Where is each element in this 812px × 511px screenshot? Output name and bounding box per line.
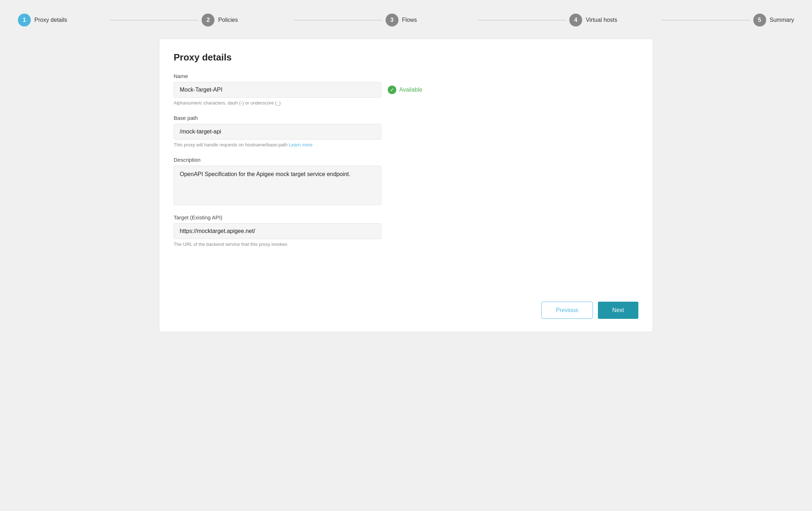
target-input[interactable] <box>174 223 381 239</box>
step-1[interactable]: 1 Proxy details <box>18 14 106 26</box>
target-field-group: Target (Existing API) The URL of the bac… <box>174 214 638 247</box>
step-line-3 <box>477 20 566 20</box>
target-hint: The URL of the backend service that this… <box>174 242 638 247</box>
previous-button[interactable]: Previous <box>541 302 593 319</box>
step-1-circle: 1 <box>18 14 31 26</box>
name-input[interactable] <box>174 82 381 98</box>
description-field-group: Description <box>174 157 638 205</box>
base-path-label: Base path <box>174 115 638 121</box>
name-label: Name <box>174 73 638 79</box>
base-path-input[interactable] <box>174 124 381 140</box>
base-path-hint: This proxy will handle requests on hostn… <box>174 142 638 147</box>
step-5-label: Summary <box>770 17 794 23</box>
learn-more-link[interactable]: Learn more <box>289 142 313 147</box>
step-5-circle: 5 <box>753 14 766 26</box>
name-hint: Alphanumeric characters, dash (-) or und… <box>174 100 638 106</box>
step-4-circle: 4 <box>569 14 582 26</box>
next-button[interactable]: Next <box>598 302 638 319</box>
availability-text: Available <box>399 87 422 93</box>
target-label: Target (Existing API) <box>174 214 638 220</box>
step-3-circle: 3 <box>386 14 398 26</box>
button-row: Previous Next <box>541 302 638 319</box>
step-line-1 <box>110 20 198 20</box>
step-4-label: Virtual hosts <box>586 17 617 23</box>
main-card: Proxy details Name ✓ Available Alphanume… <box>159 39 653 332</box>
step-2-label: Policies <box>218 17 238 23</box>
step-line-2 <box>294 20 382 20</box>
step-3-label: Flows <box>402 17 417 23</box>
stepper: 1 Proxy details 2 Policies 3 Flows 4 Vir… <box>7 7 805 33</box>
description-label: Description <box>174 157 638 163</box>
step-line-4 <box>661 20 750 20</box>
step-2-circle: 2 <box>202 14 214 26</box>
step-2[interactable]: 2 Policies <box>202 14 290 26</box>
check-icon: ✓ <box>388 86 396 94</box>
availability-badge: ✓ Available <box>388 86 422 94</box>
name-field-group: Name ✓ Available Alphanumeric characters… <box>174 73 638 106</box>
step-3[interactable]: 3 Flows <box>386 14 474 26</box>
step-5[interactable]: 5 Summary <box>753 14 794 26</box>
step-4[interactable]: 4 Virtual hosts <box>569 14 658 26</box>
step-1-label: Proxy details <box>34 17 67 23</box>
description-input[interactable] <box>174 166 381 205</box>
base-path-field-group: Base path This proxy will handle request… <box>174 115 638 147</box>
name-input-row: ✓ Available <box>174 82 638 98</box>
page-title: Proxy details <box>174 52 638 63</box>
